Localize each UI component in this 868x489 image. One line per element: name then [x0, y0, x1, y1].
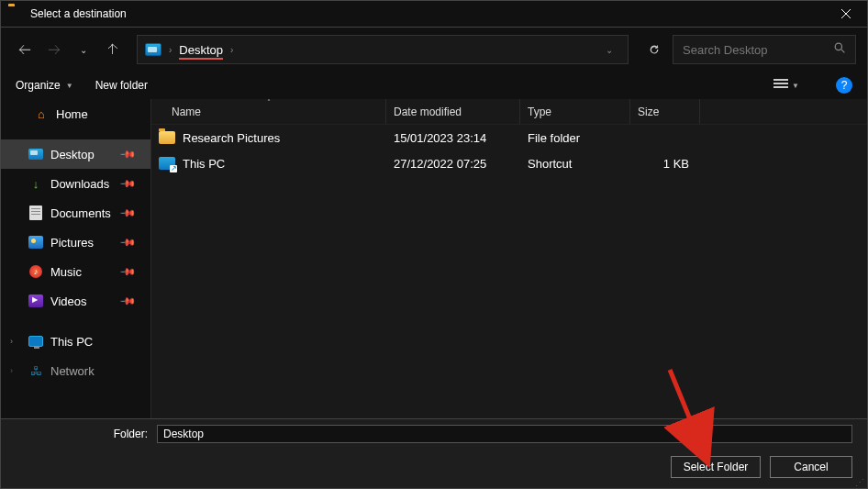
- sidebar-label: This PC: [50, 335, 93, 349]
- up-button[interactable]: 🡡: [100, 35, 126, 64]
- sidebar-label: Downloads: [50, 177, 109, 191]
- file-list: ˄ Name Date modified Type Size Research …: [151, 99, 867, 418]
- column-size[interactable]: Size: [630, 99, 700, 124]
- chevron-right-icon: ›: [169, 45, 172, 55]
- file-type: File folder: [520, 131, 630, 145]
- navigation-row: 🡠 🡢 ⌄ 🡡 › Desktop › ⌄ Search Desktop: [0, 28, 868, 72]
- file-row[interactable]: This PC27/12/2022 07:25Shortcut1 KB: [151, 150, 867, 176]
- chevron-right-icon[interactable]: ›: [10, 337, 13, 346]
- forward-button[interactable]: 🡢: [41, 35, 67, 64]
- pin-icon: 📌: [118, 233, 136, 250]
- folder-icon: [159, 131, 175, 144]
- footer: Folder: Select Folder Cancel: [0, 418, 868, 489]
- pin-icon: 📌: [118, 292, 136, 309]
- refresh-button[interactable]: [640, 35, 669, 64]
- chevron-right-icon[interactable]: ›: [10, 366, 13, 375]
- file-date: 27/12/2022 07:25: [386, 157, 520, 171]
- chevron-right-icon[interactable]: ›: [230, 45, 233, 55]
- pc-icon: [28, 334, 43, 349]
- sidebar-item-pictures[interactable]: Pictures 📌: [1, 228, 150, 257]
- cancel-button[interactable]: Cancel: [770, 456, 852, 478]
- file-size: 1 KB: [630, 157, 700, 171]
- sidebar-label: Music: [50, 265, 82, 279]
- sidebar-item-music[interactable]: ♪ Music 📌: [1, 257, 150, 286]
- videos-icon: [28, 294, 43, 308]
- file-name: Research Pictures: [183, 131, 280, 145]
- file-date: 15/01/2023 23:14: [386, 131, 520, 145]
- search-icon: [834, 41, 846, 58]
- main-area: ⌂ Home Desktop 📌 ↓ Downloads 📌 Documents…: [0, 99, 868, 418]
- sidebar-label: Network: [50, 364, 95, 378]
- column-date[interactable]: Date modified: [386, 99, 520, 124]
- sidebar-label: Videos: [50, 295, 87, 308]
- sidebar-item-downloads[interactable]: ↓ Downloads 📌: [1, 169, 150, 198]
- column-type[interactable]: Type: [520, 99, 630, 124]
- home-icon: ⌂: [34, 106, 49, 121]
- column-name[interactable]: ˄ Name: [151, 99, 386, 124]
- help-button[interactable]: ?: [836, 77, 852, 94]
- document-icon: [28, 206, 43, 220]
- pin-icon: 📌: [118, 145, 136, 162]
- shortcut-icon: [159, 157, 175, 170]
- chevron-down-icon[interactable]: ⌄: [606, 45, 613, 55]
- toolbar: Organize ▼ New folder ▼ ?: [0, 72, 868, 99]
- new-folder-button[interactable]: New folder: [95, 79, 148, 92]
- file-row[interactable]: Research Pictures15/01/2023 23:14File fo…: [151, 125, 867, 150]
- sidebar-label: Desktop: [50, 148, 95, 161]
- svg-point-0: [835, 43, 841, 50]
- desktop-icon: [145, 43, 161, 56]
- search-input[interactable]: Search Desktop: [673, 35, 856, 64]
- sidebar-label: Home: [56, 107, 88, 121]
- chevron-down-icon: ▼: [66, 82, 73, 90]
- organize-button[interactable]: Organize ▼: [16, 79, 73, 92]
- title-bar: Select a destination: [0, 0, 868, 28]
- folder-label: Folder:: [16, 428, 151, 440]
- search-placeholder: Search Desktop: [683, 43, 768, 57]
- sidebar-item-home[interactable]: ⌂ Home: [1, 99, 150, 128]
- sidebar-item-thispc[interactable]: › This PC: [1, 327, 150, 356]
- file-name: This PC: [183, 157, 225, 171]
- list-view-icon: [773, 79, 788, 92]
- network-icon: 🖧: [28, 363, 43, 378]
- sidebar-item-desktop[interactable]: Desktop 📌: [1, 139, 150, 169]
- file-type: Shortcut: [520, 157, 630, 171]
- music-icon: ♪: [28, 264, 43, 279]
- desktop-icon: [28, 147, 43, 161]
- download-icon: ↓: [28, 176, 43, 191]
- sidebar-item-videos[interactable]: Videos 📌: [1, 286, 150, 316]
- column-headers: ˄ Name Date modified Type Size: [151, 99, 867, 125]
- sort-asc-icon: ˄: [267, 98, 271, 106]
- close-button[interactable]: [825, 0, 867, 28]
- view-button[interactable]: ▼: [773, 79, 799, 92]
- sidebar-item-documents[interactable]: Documents 📌: [1, 198, 150, 228]
- pin-icon: 📌: [118, 262, 136, 280]
- sidebar-label: Pictures: [50, 236, 94, 250]
- sidebar: ⌂ Home Desktop 📌 ↓ Downloads 📌 Documents…: [1, 99, 151, 418]
- new-folder-label: New folder: [95, 79, 148, 92]
- pin-icon: 📌: [118, 174, 136, 192]
- folder-icon: [8, 6, 23, 21]
- pictures-icon: [28, 235, 43, 250]
- breadcrumb-location[interactable]: Desktop: [179, 43, 223, 60]
- select-folder-button[interactable]: Select Folder: [671, 456, 761, 478]
- chevron-down-icon: ▼: [792, 82, 799, 90]
- recent-dropdown[interactable]: ⌄: [71, 35, 96, 64]
- sidebar-item-network[interactable]: › 🖧 Network: [1, 356, 150, 385]
- folder-input[interactable]: [157, 425, 852, 443]
- sidebar-label: Documents: [50, 206, 111, 220]
- back-button[interactable]: 🡠: [12, 35, 38, 64]
- breadcrumb-bar[interactable]: › Desktop › ⌄: [137, 35, 629, 64]
- window-title: Select a destination: [30, 7, 825, 20]
- pin-icon: 📌: [118, 204, 136, 221]
- organize-label: Organize: [16, 79, 61, 92]
